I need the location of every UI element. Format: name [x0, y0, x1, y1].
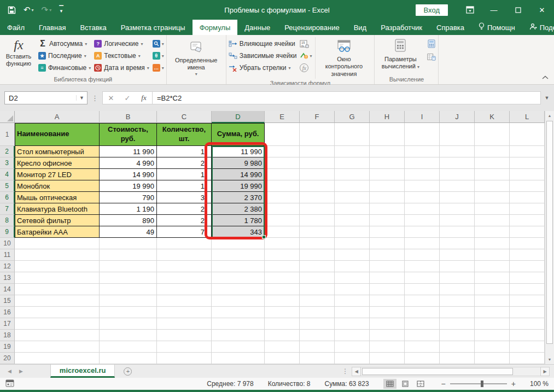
status-average[interactable]: Среднее: 7 978 — [207, 380, 253, 388]
formula-input[interactable]: =B2*C2 — [153, 91, 541, 104]
column-header-L[interactable]: L — [510, 111, 545, 123]
tab-разметка страницы[interactable]: Разметка страницы — [114, 20, 193, 35]
cell-L1[interactable] — [510, 123, 545, 146]
cell-B4[interactable]: 14 990 — [100, 169, 157, 180]
cell-C3[interactable]: 2 — [157, 157, 212, 169]
cell-G17[interactable] — [335, 318, 370, 330]
cell-C1[interactable]: Количество, шт. — [157, 123, 212, 146]
column-header-D[interactable]: D — [212, 111, 265, 123]
cell-A5[interactable]: Моноблок — [15, 180, 100, 192]
cell-C6[interactable]: 3 — [157, 192, 212, 203]
cell-K18[interactable] — [475, 330, 510, 341]
cell-B16[interactable] — [100, 307, 157, 318]
cell-J7[interactable] — [440, 203, 475, 215]
cell-L7[interactable] — [510, 203, 545, 215]
cell-C11[interactable] — [157, 249, 212, 261]
cell-A20[interactable] — [15, 353, 100, 364]
cell-L17[interactable] — [510, 318, 545, 330]
cell-J6[interactable] — [440, 192, 475, 203]
cell-B19[interactable] — [100, 341, 157, 353]
row-header-2[interactable]: 2 — [0, 146, 15, 157]
row-header-19[interactable]: 19 — [0, 341, 15, 353]
cell-A16[interactable] — [15, 307, 100, 318]
cell-H9[interactable] — [370, 226, 405, 238]
evaluate-formula-icon[interactable]: fx — [300, 62, 312, 73]
cell-H11[interactable] — [370, 249, 405, 261]
cell-D17[interactable] — [212, 318, 265, 330]
cell-H8[interactable] — [370, 215, 405, 226]
cell-B17[interactable] — [100, 318, 157, 330]
tab-справка[interactable]: Справка — [429, 20, 471, 35]
cell-I9[interactable] — [405, 226, 440, 238]
cell-C13[interactable] — [157, 272, 212, 284]
cell-F14[interactable] — [300, 284, 335, 295]
cell-H18[interactable] — [370, 330, 405, 341]
row-header-8[interactable]: 8 — [0, 215, 15, 226]
cell-L20[interactable] — [510, 353, 545, 364]
cell-D2[interactable]: 11 990 — [212, 146, 265, 157]
cell-E16[interactable] — [265, 307, 300, 318]
normal-view-icon[interactable] — [383, 379, 396, 389]
cell-E13[interactable] — [265, 272, 300, 284]
cell-K6[interactable] — [475, 192, 510, 203]
cell-F15[interactable] — [300, 295, 335, 307]
cell-B2[interactable]: 11 990 — [100, 146, 157, 157]
cell-F8[interactable] — [300, 215, 335, 226]
cell-H2[interactable] — [370, 146, 405, 157]
column-header-G[interactable]: G — [335, 111, 370, 123]
cell-C8[interactable]: 2 — [157, 215, 212, 226]
cell-G5[interactable] — [335, 180, 370, 192]
column-header-I[interactable]: I — [405, 111, 440, 123]
cell-H1[interactable] — [370, 123, 405, 146]
cell-D7[interactable]: 2 380 — [212, 203, 265, 215]
cell-K5[interactable] — [475, 180, 510, 192]
cell-L3[interactable] — [510, 157, 545, 169]
tab-вставка[interactable]: Вставка — [73, 20, 113, 35]
cell-I15[interactable] — [405, 295, 440, 307]
cell-D6[interactable]: 2 370 — [212, 192, 265, 203]
cell-J9[interactable] — [440, 226, 475, 238]
cell-B20[interactable] — [100, 353, 157, 364]
cell-A19[interactable] — [15, 341, 100, 353]
cell-L15[interactable] — [510, 295, 545, 307]
cell-G2[interactable] — [335, 146, 370, 157]
cell-G16[interactable] — [335, 307, 370, 318]
show-formulas-icon[interactable]: 15fx — [300, 38, 312, 49]
cell-E1[interactable] — [265, 123, 300, 146]
cell-A1[interactable]: Наименование — [15, 123, 100, 146]
cell-D15[interactable] — [212, 295, 265, 307]
cell-B14[interactable] — [100, 284, 157, 295]
ribbon-button-текстовые[interactable]: AТекстовые▾ — [94, 50, 149, 61]
column-header-F[interactable]: F — [300, 111, 335, 123]
cell-E8[interactable] — [265, 215, 300, 226]
cell-B7[interactable]: 1 190 — [100, 203, 157, 215]
scrollbar-splitter[interactable]: ⋮ — [339, 365, 352, 378]
sign-in-button[interactable]: Вход — [416, 4, 448, 16]
cell-H15[interactable] — [370, 295, 405, 307]
cell-C17[interactable] — [157, 318, 212, 330]
vertical-scroll-thumb[interactable] — [546, 121, 553, 344]
status-count[interactable]: Количество: 8 — [268, 380, 311, 388]
cell-D10[interactable] — [212, 238, 265, 249]
column-header-J[interactable]: J — [440, 111, 475, 123]
cell-F3[interactable] — [300, 157, 335, 169]
cell-F17[interactable] — [300, 318, 335, 330]
cell-H10[interactable] — [370, 238, 405, 249]
row-header-4[interactable]: 4 — [0, 169, 15, 180]
confirm-entry-icon[interactable]: ✓ — [119, 94, 136, 102]
row-header-15[interactable]: 15 — [0, 295, 15, 307]
cell-J17[interactable] — [440, 318, 475, 330]
cell-B15[interactable] — [100, 295, 157, 307]
cell-I16[interactable] — [405, 307, 440, 318]
cell-J5[interactable] — [440, 180, 475, 192]
ribbon-button-влияющие-ячейки[interactable]: Влияющие ячейки — [229, 38, 297, 49]
cell-L4[interactable] — [510, 169, 545, 180]
cell-L9[interactable] — [510, 226, 545, 238]
cell-L14[interactable] — [510, 284, 545, 295]
cell-K16[interactable] — [475, 307, 510, 318]
cell-L2[interactable] — [510, 146, 545, 157]
close-button[interactable]: ✕ — [530, 0, 554, 20]
cell-G9[interactable] — [335, 226, 370, 238]
tab-разработчик[interactable]: Разработчик — [374, 20, 429, 35]
cell-A4[interactable]: Монитор 27 LED — [15, 169, 100, 180]
